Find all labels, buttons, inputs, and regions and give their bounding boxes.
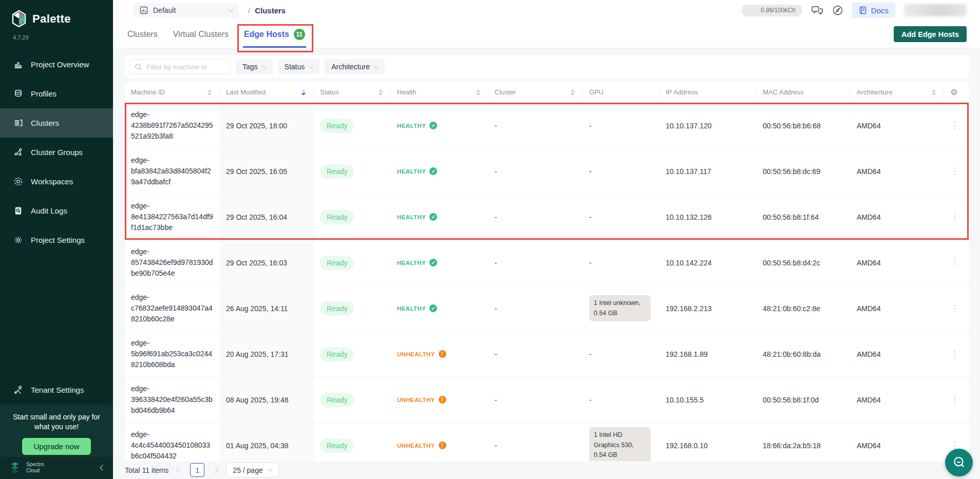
machine-id: edge-8e41384227563a7d14df9f1d1ac73bbe [131, 201, 214, 233]
upgrade-promo: Start small and only pay for what you us… [0, 405, 113, 456]
row-actions-kebab-icon[interactable]: ⋮ [950, 166, 959, 176]
last-modified: 29 Oct 2025, 16:05 [220, 148, 314, 194]
tab-label: Virtual Clusters [173, 30, 229, 39]
column-header-machine-id[interactable]: Machine ID [125, 82, 220, 103]
footer-brand-name: Spectro Cloud [26, 462, 52, 474]
bar-chart-icon [13, 60, 23, 70]
palette-logo-icon [11, 10, 27, 27]
tab-clusters[interactable]: Clusters [127, 21, 158, 48]
promo-text: Start small and only pay for what you us… [6, 412, 107, 432]
row-actions-kebab-icon[interactable]: ⋮ [950, 258, 959, 267]
architecture-cell: AMD64 [851, 423, 944, 461]
sidebar-item-audit-logs[interactable]: Audit Logs [0, 196, 113, 225]
ip-address-cell: 10.10.137.120 [659, 103, 757, 148]
table-row[interactable]: edge-857438426ef9d9781930dbe90b705e4e 29… [125, 240, 969, 285]
table-row[interactable]: edge-c76832aefe914893047a48210b60c28e 26… [125, 285, 969, 331]
table-row[interactable]: edge-4238b891f7267a5024295521a92b3fa8 29… [125, 103, 969, 148]
column-header-architecture[interactable]: Architecture [851, 82, 944, 103]
project-selector[interactable]: Default [134, 3, 239, 18]
compass-icon[interactable] [832, 5, 843, 16]
row-actions-kebab-icon[interactable]: ⋮ [950, 349, 959, 359]
table-row[interactable]: edge-8e41384227563a7d14df9f1d1ac73bbe 29… [125, 194, 969, 240]
next-page-icon[interactable] [212, 468, 218, 472]
sidebar-item-workspaces[interactable]: Workspaces [0, 167, 113, 196]
tools-icon [13, 385, 23, 395]
health-cell: HEALTHY✓ [391, 148, 488, 194]
row-actions-kebab-icon[interactable]: ⋮ [950, 212, 959, 222]
mac-address-cell: 48:21:0b:60:8b:da [757, 331, 851, 377]
health-cell: UNHEALTHY! [391, 331, 488, 377]
upgrade-now-button[interactable]: Upgrade now [22, 438, 90, 455]
prev-page-icon[interactable] [176, 468, 182, 472]
column-label: Last Modified [226, 88, 266, 96]
page-number-button[interactable]: 1 [190, 463, 204, 477]
table-footer: Total 11 items 1 25 / page [113, 461, 980, 479]
chat-icon[interactable] [811, 5, 823, 16]
support-chat-fab[interactable] [945, 449, 973, 476]
column-header-health[interactable]: Health [391, 82, 488, 103]
machine-id: edge-857438426ef9d9781930dbe90b705e4e [131, 246, 214, 279]
last-modified: 08 Aug 2025, 19:48 [220, 377, 314, 423]
page-size-select[interactable]: 25 / page [226, 463, 278, 477]
brand: Palette [0, 0, 113, 28]
clusters-list-icon [13, 118, 23, 128]
machine-id: edge-c76832aefe914893047a48210b60c28e [131, 292, 214, 324]
sort-carets-icon [208, 89, 214, 95]
user-account-blurred[interactable] [904, 4, 967, 16]
docs-button[interactable]: Docs [852, 3, 895, 18]
cluster-cell: - [488, 103, 583, 148]
column-header-status[interactable]: Status [314, 82, 391, 103]
sidebar-item-project-settings[interactable]: Project Settings [0, 225, 113, 255]
column-settings-gear-icon[interactable]: ⚙ [950, 88, 957, 97]
row-actions-kebab-icon[interactable]: ⋮ [950, 121, 959, 130]
tab-virtual-clusters[interactable]: Virtual Clusters [173, 21, 229, 48]
health-label: UNHEALTHY [397, 443, 435, 449]
status-cell: Ready [314, 285, 391, 331]
sort-carets-icon [476, 89, 482, 95]
health-cell: HEALTHY✓ [391, 103, 488, 148]
filter-dropdown-tags[interactable]: Tags [236, 59, 273, 74]
tabs-bar: Clusters Virtual Clusters Edge Hosts 11 … [113, 21, 980, 48]
filter-dropdown-architecture[interactable]: Architecture [325, 59, 385, 74]
health-icon: ✓ [429, 259, 437, 266]
health-label: HEALTHY [397, 260, 426, 266]
sidebar-menu: Project Overview Profiles Clusters Clust… [0, 50, 113, 255]
status-cell: Ready [314, 194, 391, 240]
status-badge: Ready [320, 210, 354, 224]
cluster-groups-icon [13, 147, 23, 158]
filter-dropdown-status[interactable]: Status [278, 59, 320, 74]
last-modified: 26 Aug 2025, 14:11 [220, 285, 314, 331]
topbar: Default / Clusters 0.86/100kCh Docs [113, 0, 980, 21]
cluster-cell: - [488, 285, 583, 331]
sidebar-item-tenant-settings[interactable]: Tenant Settings [0, 375, 113, 405]
table-row[interactable]: edge-396338420e4f260a55c3bbd046db9b64 08… [125, 377, 969, 423]
sidebar-item-project-overview[interactable]: Project Overview [0, 50, 113, 79]
search-box[interactable] [129, 59, 231, 74]
last-modified: 29 Oct 2025, 16:03 [220, 240, 314, 285]
table-row[interactable]: edge-bfa83842a83d8405804f29a47ddbafcf 29… [125, 148, 969, 194]
ip-address-cell: 192.168.1.89 [659, 331, 757, 377]
column-header-cluster[interactable]: Cluster [488, 82, 583, 103]
add-edge-hosts-button[interactable]: Add Edge Hosts [894, 26, 967, 42]
cluster-cell: - [488, 194, 583, 240]
row-actions-kebab-icon[interactable]: ⋮ [950, 395, 959, 405]
sort-carets-icon [571, 89, 577, 95]
sidebar-item-profiles[interactable]: Profiles [0, 79, 113, 108]
mac-address-cell: 00:50:56:b8:dc:69 [757, 148, 851, 194]
column-header-last-modified[interactable]: Last Modified [220, 82, 314, 103]
sidebar-item-cluster-groups[interactable]: Cluster Groups [0, 138, 113, 167]
ip-address-cell: 10.10.155.5 [659, 377, 757, 423]
sidebar-collapse-button[interactable] [101, 466, 105, 470]
health-icon: ✓ [429, 304, 437, 312]
ip-address-cell: 192.168.0.10 [659, 423, 757, 461]
sidebar-item-label: Tenant Settings [31, 386, 84, 394]
row-actions-kebab-icon[interactable]: ⋮ [950, 303, 959, 313]
table-row[interactable]: edge-4c4c4544003450108033b6c04f504432 01… [125, 423, 969, 461]
sidebar-item-clusters[interactable]: Clusters [0, 108, 113, 138]
health-label: HEALTHY [397, 123, 426, 129]
edge-hosts-table-card: Machine IDLast ModifiedStatusHealthClust… [125, 82, 969, 461]
search-input[interactable] [146, 63, 225, 71]
column-label: Status [320, 88, 339, 96]
tab-edge-hosts[interactable]: Edge Hosts 11 [244, 21, 305, 48]
table-row[interactable]: edge-5b96f691ab253ca3c02448210b608bda 20… [125, 331, 969, 377]
